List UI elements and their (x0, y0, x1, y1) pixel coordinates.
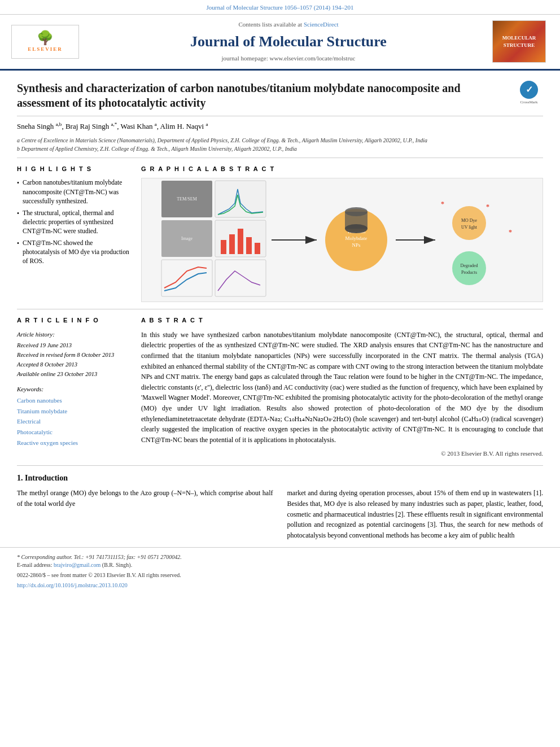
bullet-icon-2: • (17, 209, 19, 218)
elsevier-logo-box: 🌳 ELSEVIER (11, 25, 79, 59)
svg-text:*: * (486, 203, 489, 211)
keywords-section: Keywords: Carbon nanotubes Titanium moly… (17, 385, 130, 448)
graphical-abstract-header: G R A P H I C A L A B S T R A C T (141, 165, 543, 173)
introduction-section: 1. Introduction The methyl orange (MO) d… (17, 466, 543, 548)
accepted-date: Accepted 8 October 2013 (17, 360, 130, 370)
abstract-column: A B S T R A C T In this study we have sy… (141, 316, 543, 458)
section-title: Introduction (25, 474, 68, 482)
elsevier-tree-icon: 🌳 (37, 31, 54, 45)
issn-text: 0022-2860/$ – see front matter © 2013 El… (17, 572, 181, 578)
journal-homepage: journal homepage: www.elsevier.com/locat… (85, 54, 492, 63)
svg-text:Products: Products (461, 270, 477, 275)
crossmark-badge: ✓ CrossMark (515, 81, 543, 106)
article-footer: * Corresponding author. Tel.: +91 741731… (0, 547, 560, 595)
highlights-header: H I G H L I G H T S (17, 165, 130, 173)
svg-point-25 (452, 251, 486, 285)
crossmark-label: CrossMark (520, 100, 537, 106)
svg-text:Degraded: Degraded (460, 263, 478, 268)
crossmark-icon: ✓ (526, 84, 533, 96)
email-label: E-mail address: (17, 562, 52, 568)
email-link[interactable]: brajviro@gmail.com (54, 562, 100, 568)
abstract-header: A B S T R A C T (141, 316, 543, 325)
received-date: Received 19 June 2013 (17, 341, 130, 351)
bullet-icon-3: • (17, 239, 19, 248)
cover-image-placeholder: MOLECULARSTRUCTURE (492, 20, 546, 63)
sciencedirect-link[interactable]: ScienceDirect (304, 21, 339, 28)
svg-text:Molybdate: Molybdate (345, 235, 368, 241)
svg-text:TEM/SEM: TEM/SEM (177, 196, 197, 202)
author-wasi-khan: Wasi Khan a (120, 122, 156, 130)
journal-header: 🌳 ELSEVIER Contents lists available at S… (0, 15, 560, 70)
elsevier-brand-text: ELSEVIER (28, 46, 63, 53)
svg-text:UV light: UV light (461, 225, 478, 230)
article-content: Synthesis and characterization of carbon… (0, 71, 560, 548)
article-title: Synthesis and characterization of carbon… (17, 81, 506, 110)
svg-text:*: * (509, 228, 512, 236)
section-number: 1. (17, 474, 23, 482)
highlight-text-2: The structural, optical, thermal and die… (23, 208, 130, 235)
intro-right-text: market and during dyeing operation proce… (287, 488, 544, 540)
graphical-abstract-column: G R A P H I C A L A B S T R A C T TEM/SE… (141, 165, 543, 302)
highlights-column: H I G H L I G H T S • Carbon nanotubes/t… (17, 165, 130, 302)
copyright-line: © 2013 Elsevier B.V. All rights reserved… (141, 449, 543, 458)
article-history: Article history: Received 19 June 2013 R… (17, 330, 130, 379)
highlight-item-1: • Carbon nanotubes/titanium molybdate na… (17, 178, 130, 205)
svg-point-19 (345, 224, 368, 233)
journal-reference-text: Journal of Molecular Structure 1056–1057… (207, 4, 354, 11)
svg-point-22 (452, 206, 486, 240)
svg-text:*: * (441, 200, 444, 208)
email-name: (B.R. Singh). (102, 562, 132, 568)
svg-rect-6 (221, 240, 226, 254)
svg-rect-9 (246, 237, 252, 254)
affiliation-a: a Centre of Excellence in Materials Scie… (17, 136, 543, 145)
intro-left-text: The methyl orange (MO) dye belongs to th… (17, 488, 273, 509)
svg-rect-12 (215, 260, 266, 296)
elsevier-logo-area: 🌳 ELSEVIER (11, 25, 85, 59)
highlight-item-3: • CNT@Tm-NC showed the photocatalysis of… (17, 238, 130, 265)
intro-right-col: market and during dyeing operation proce… (287, 488, 544, 540)
affiliations-section: a Centre of Excellence in Materials Scie… (17, 134, 543, 158)
svg-rect-10 (255, 243, 260, 254)
journal-center-info: Contents lists available at ScienceDirec… (85, 20, 492, 63)
introduction-body: The methyl orange (MO) dye belongs to th… (17, 488, 543, 540)
corresponding-text: * Corresponding author. Tel.: +91 741731… (17, 554, 182, 560)
article-info-header: A R T I C L E I N F O (17, 316, 130, 325)
svg-text:MO Dye: MO Dye (461, 218, 478, 223)
journal-title: Journal of Molecular Structure (85, 32, 492, 52)
journal-cover-image: MOLECULARSTRUCTURE (492, 20, 549, 63)
svg-rect-11 (161, 260, 212, 296)
keyword-2: Titanium molybdate (17, 406, 130, 417)
article-info-column: A R T I C L E I N F O Article history: R… (17, 316, 130, 458)
highlight-text-3: CNT@Tm-NC showed the photocatalysis of M… (23, 238, 130, 265)
article-info-abstract-section: A R T I C L E I N F O Article history: R… (17, 309, 543, 465)
doi-link[interactable]: http://dx.doi.org/10.1016/j.molstruc.201… (17, 582, 128, 588)
author-braj-raj-singh: Braj Raj Singh a,* (65, 122, 117, 130)
authors-section: Sneha Singh a,b, Braj Raj Singh a,*, Was… (17, 116, 543, 134)
svg-text:Image: Image (181, 236, 193, 241)
keyword-4: Photocatalytic (17, 427, 130, 438)
issn-line: 0022-2860/$ – see front matter © 2013 El… (17, 571, 543, 579)
article-title-section: Synthesis and characterization of carbon… (17, 71, 543, 116)
bullet-icon-1: • (17, 178, 19, 187)
abstract-text: In this study we have synthesized carbon… (141, 330, 543, 445)
doi-line: http://dx.doi.org/10.1016/j.molstruc.201… (17, 582, 543, 589)
available-date: Available online 23 October 2013 (17, 370, 130, 379)
svg-rect-7 (229, 234, 235, 254)
email-footnote-line: E-mail address: brajviro@gmail.com (B.R.… (17, 561, 543, 569)
crossmark-circle: ✓ (520, 81, 538, 99)
sciencedirect-line: Contents lists available at ScienceDirec… (85, 20, 492, 29)
introduction-title: 1. Introduction (17, 473, 543, 484)
article-history-title: Article history: (17, 330, 130, 340)
svg-rect-8 (238, 229, 243, 254)
keyword-3: Electrical (17, 416, 130, 427)
highlights-graphical-section: H I G H L I G H T S • Carbon nanotubes/t… (17, 158, 543, 309)
keyword-1: Carbon nanotubes (17, 395, 130, 406)
highlight-text-1: Carbon nanotubes/titanium molybdate nano… (23, 178, 130, 205)
keywords-title: Keywords: (17, 385, 130, 394)
author-alim-naqvi: Alim H. Naqvi a (160, 122, 208, 130)
revised-date: Received in revised form 8 October 2013 (17, 351, 130, 360)
graphical-abstract-image: TEM/SEM Image (141, 178, 543, 302)
journal-reference-bar: Journal of Molecular Structure 1056–1057… (0, 0, 560, 15)
keyword-5: Reactive oxygen species (17, 438, 130, 448)
corresponding-note-line: * Corresponding author. Tel.: +91 741731… (17, 553, 543, 561)
